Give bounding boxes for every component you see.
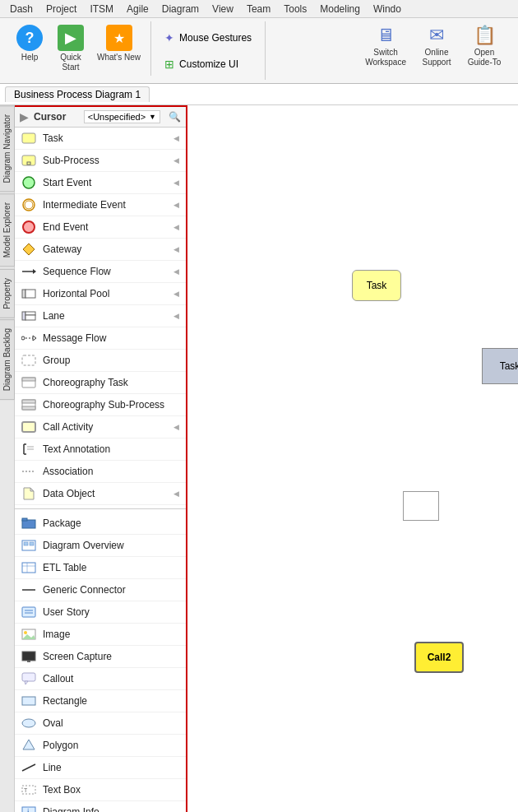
menu-window[interactable]: Windo	[367, 2, 408, 16]
palette-item-end-event[interactable]: End Event◀	[15, 216, 186, 239]
whats-new-button[interactable]: ★ What's New	[94, 21, 144, 66]
palette-item-oval[interactable]: Oval	[15, 712, 186, 735]
quick-start-label: QuickStart	[60, 53, 81, 72]
svg-rect-38	[22, 563, 35, 573]
svg-point-53	[22, 719, 35, 727]
menu-view[interactable]: View	[206, 2, 240, 16]
palette-item-etl-table[interactable]: ETL Table	[15, 557, 186, 579]
sidebar-item-diagram-navigator[interactable]: Diagram Navigator	[0, 105, 15, 192]
palette-item-association[interactable]: Association	[15, 461, 186, 483]
palette-item-label-sequence-flow: Sequence Flow	[43, 266, 111, 277]
customize-ui-button[interactable]: ⊞ Customize UI	[158, 54, 245, 74]
menu-tools[interactable]: Tools	[277, 2, 313, 16]
palette-item-label-message-flow: Message Flow	[43, 332, 106, 344]
menu-dash[interactable]: Dash	[3, 2, 39, 16]
palette-item-text-annotation[interactable]: Text Annotation	[15, 438, 186, 461]
sidebar-item-diagram-backlog[interactable]: Diagram Backlog	[0, 319, 15, 400]
svg-rect-20	[22, 378, 35, 381]
menu-agile[interactable]: Agile	[120, 2, 155, 16]
search-icon[interactable]: 🔍	[169, 111, 181, 123]
svg-rect-24	[22, 422, 35, 432]
palette-item-user-story[interactable]: User Story	[15, 601, 186, 624]
palette-cursor-label: Cursor	[34, 111, 77, 123]
palette-item-label-start-event: Start Event	[43, 177, 91, 188]
toolbar: ? Help ▶ QuickStart ★ What's New ✦ Mouse…	[0, 18, 518, 84]
expand-arrow-icon: ◀	[173, 423, 179, 431]
svg-point-5	[25, 201, 33, 209]
palette-item-choreography-task[interactable]: Choreography Task	[15, 372, 186, 394]
task-element-1[interactable]: Task	[352, 270, 401, 301]
unspecified-dropdown[interactable]: <Unspecified> ▼	[84, 110, 160, 123]
sidebar-item-property[interactable]: Property	[0, 269, 15, 318]
mouse-gestures-button[interactable]: ✦ Mouse Gestures	[158, 28, 258, 48]
menu-itsm[interactable]: ITSM	[83, 2, 120, 16]
mouse-gestures-icon: ✦	[164, 31, 174, 44]
palette-item-diagram-info[interactable]: iDiagram Info	[15, 801, 186, 812]
svg-marker-7	[23, 244, 35, 255]
expand-arrow-icon: ◀	[173, 312, 179, 320]
palette-item-label-polygon: Polygon	[43, 740, 78, 751]
palette-item-gateway[interactable]: Gateway◀	[15, 239, 186, 261]
svg-marker-17	[33, 336, 36, 341]
help-button[interactable]: ? Help	[12, 21, 48, 66]
palette-item-screen-capture[interactable]: Screen Capture	[15, 646, 186, 668]
palette-item-callout[interactable]: Callout	[15, 668, 186, 690]
breadcrumb-tab[interactable]: Business Process Diagram 1	[5, 86, 150, 102]
palette-item-line[interactable]: Line	[15, 757, 186, 779]
palette-item-label-rectangle: Rectangle	[43, 695, 87, 707]
palette-item-lane[interactable]: Lane◀	[15, 305, 186, 327]
palette-item-start-event[interactable]: Start Event◀	[15, 172, 186, 194]
menu-team[interactable]: Team	[240, 2, 277, 16]
switch-workspace-button[interactable]: 🖥 SwitchWorkspace	[360, 21, 411, 71]
palette-item-rectangle[interactable]: Rectangle	[15, 690, 186, 712]
svg-point-3	[23, 177, 35, 188]
help-label: Help	[21, 53, 39, 63]
palette-item-label-user-story: User Story	[43, 606, 90, 618]
task-element-2[interactable]: Task	[482, 348, 518, 384]
palette-item-label-horizontal-pool: Horizontal Pool	[43, 288, 109, 299]
online-support-button[interactable]: ✉ OnlineSupport	[414, 21, 459, 71]
palette-item-label-lane: Lane	[43, 310, 65, 322]
svg-rect-49	[27, 661, 30, 662]
palette-item-group[interactable]: Group	[15, 350, 186, 372]
svg-rect-42	[22, 607, 35, 617]
palette-item-horizontal-pool[interactable]: Horizontal Pool◀	[15, 283, 186, 305]
svg-rect-34	[22, 518, 27, 521]
menu-diagram[interactable]: Diagram	[155, 2, 206, 16]
palette-item-diagram-overview[interactable]: Diagram Overview	[15, 535, 186, 557]
sequence-flow-icon	[21, 264, 36, 279]
gateway-icon	[21, 242, 36, 257]
palette-item-generic-connector[interactable]: Generic Connector	[15, 579, 186, 601]
diagram-overview-icon	[21, 538, 36, 553]
horizontal-pool-icon	[21, 286, 36, 301]
palette-item-choreography-sub-process[interactable]: Choreography Sub-Process	[15, 394, 186, 416]
palette-item-text-box[interactable]: TText Box	[15, 779, 186, 801]
palette-item-package[interactable]: Package	[15, 513, 186, 535]
expand-arrow-icon: ◀	[173, 245, 179, 253]
svg-rect-11	[25, 290, 35, 298]
palette-item-data-object[interactable]: Data Object◀	[15, 483, 186, 505]
palette-item-sub-process[interactable]: Sub-Process◀	[15, 150, 186, 172]
palette-item-call-activity[interactable]: Call Activity◀	[15, 416, 186, 438]
open-guide-button[interactable]: 📋 OpenGuide-To	[462, 21, 506, 71]
quick-start-button[interactable]: ▶ QuickStart	[53, 21, 89, 76]
generic-connector-icon	[21, 582, 36, 597]
palette-item-image[interactable]: Image	[15, 624, 186, 646]
menu-modeling[interactable]: Modeling	[313, 2, 367, 16]
svg-rect-37	[30, 542, 34, 545]
palette-item-task[interactable]: Task◀	[15, 128, 186, 150]
palette-item-polygon[interactable]: Polygon	[15, 735, 186, 757]
svg-rect-22	[22, 400, 35, 403]
choreography-task-icon	[21, 375, 36, 390]
svg-rect-18	[22, 355, 35, 365]
palette-item-sequence-flow[interactable]: Sequence Flow◀	[15, 261, 186, 283]
svg-rect-50	[22, 673, 35, 681]
call2-element[interactable]: Call2	[414, 642, 464, 673]
palette-item-intermediate-event[interactable]: Intermediate Event◀	[15, 194, 186, 216]
sidebar-item-model-explorer[interactable]: Model Explorer	[0, 193, 15, 267]
expand-arrow-icon: ◀	[173, 134, 179, 142]
canvas-area[interactable]: Task Task Task Call2	[187, 105, 518, 812]
palette-item-message-flow[interactable]: Message Flow	[15, 327, 186, 350]
menu-project[interactable]: Project	[39, 2, 83, 16]
svg-rect-52	[22, 697, 35, 705]
